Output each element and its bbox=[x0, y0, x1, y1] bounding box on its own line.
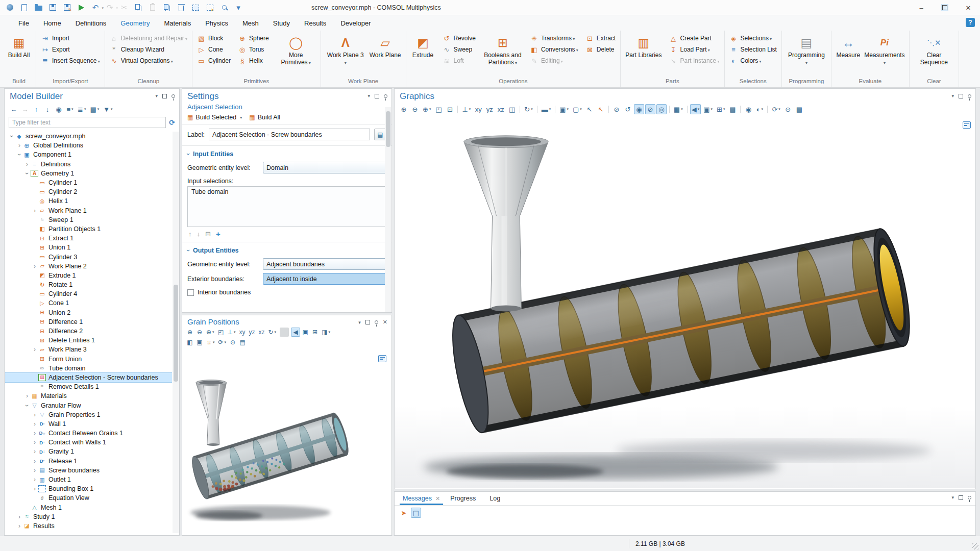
scene-sound-icon[interactable]: ◀ bbox=[291, 328, 300, 337]
tree-item[interactable]: Helix 1 bbox=[5, 196, 172, 206]
zoom-box-icon[interactable]: ⊕ bbox=[421, 104, 432, 114]
go-to-view-icon[interactable]: ⊥ bbox=[460, 104, 472, 114]
ribbon-button[interactable]: Extract bbox=[583, 33, 618, 44]
plot-window-icon[interactable] bbox=[378, 355, 386, 362]
float-panel-icon[interactable] bbox=[365, 320, 370, 324]
ribbon-button[interactable]: Create Part bbox=[667, 33, 722, 44]
ribbon-button[interactable]: Colors bbox=[727, 55, 779, 66]
customize-toolbar-icon[interactable]: ▾ bbox=[233, 2, 244, 13]
close-button[interactable]: ✕ bbox=[957, 0, 980, 15]
paste-icon[interactable] bbox=[147, 2, 158, 13]
expander-icon[interactable] bbox=[23, 402, 31, 409]
pin-panel-icon[interactable] bbox=[968, 94, 971, 98]
zoom-out-icon[interactable]: ⊖ bbox=[195, 328, 204, 337]
pin-panel-icon[interactable] bbox=[968, 496, 971, 499]
input-selections-list[interactable]: Tube domain bbox=[187, 186, 386, 227]
ribbon-button[interactable]: Work Plane 3 bbox=[324, 33, 368, 76]
tree-item[interactable]: Cone 1 bbox=[5, 298, 172, 308]
ribbon-button[interactable]: Cleanup Wizard bbox=[108, 44, 189, 55]
hide-selected-icon[interactable]: ⊘ bbox=[611, 104, 622, 114]
tree-item[interactable]: Difference 1 bbox=[5, 317, 172, 327]
snapshot-icon[interactable]: ⊙ bbox=[783, 104, 793, 114]
messages-tab[interactable]: Messages ✕ bbox=[398, 492, 445, 505]
tree-item[interactable]: Remove Details 1 bbox=[5, 382, 172, 391]
view-yz-icon[interactable]: yz bbox=[248, 328, 257, 337]
view-yz-icon[interactable]: yz bbox=[484, 104, 495, 114]
move-down-icon[interactable]: ↓ bbox=[42, 104, 53, 114]
ribbon-button[interactable]: Transforms bbox=[528, 33, 580, 44]
clear-log-icon[interactable]: ➤ bbox=[399, 508, 409, 518]
rotate-view-icon[interactable]: ↻ bbox=[267, 328, 278, 337]
zoom-in-icon[interactable]: ⊕ bbox=[185, 328, 194, 337]
menu-tab[interactable]: Materials bbox=[157, 15, 198, 31]
tree-item[interactable]: Study 1 bbox=[5, 512, 172, 521]
tree-item[interactable]: Geometry 1 bbox=[5, 169, 172, 178]
tree-item[interactable]: Granular Flow bbox=[5, 400, 172, 410]
ribbon-button[interactable]: Extrude bbox=[409, 33, 437, 76]
expander-icon[interactable] bbox=[31, 476, 38, 483]
tree-item[interactable]: Release 1 bbox=[5, 457, 172, 466]
graphics-3d-view[interactable] bbox=[395, 117, 975, 488]
ribbon-button[interactable]: Loft bbox=[440, 55, 478, 66]
expander-icon[interactable] bbox=[31, 430, 38, 437]
resize-grip[interactable] bbox=[972, 543, 978, 549]
menu-tab[interactable]: Home bbox=[36, 15, 68, 31]
tree-item[interactable]: Work Plane 2 bbox=[5, 262, 172, 271]
color-theme-icon[interactable]: ◉ bbox=[743, 104, 753, 114]
ribbon-button[interactable]: Editing bbox=[528, 55, 580, 66]
comsol-logo-icon[interactable] bbox=[4, 2, 15, 13]
collapse-panel-icon[interactable]: ▾ bbox=[155, 93, 158, 98]
deselect-box-icon[interactable] bbox=[204, 2, 215, 13]
save-icon[interactable] bbox=[47, 2, 58, 13]
pin-panel-icon[interactable] bbox=[375, 320, 378, 324]
ribbon-button[interactable]: More Primitives bbox=[274, 33, 318, 76]
menu-tab[interactable]: Study bbox=[266, 15, 297, 31]
ribbon-button[interactable]: Delete bbox=[583, 44, 618, 55]
ribbon-button[interactable]: Export bbox=[39, 44, 102, 55]
tree-item[interactable]: Contact with Walls 1 bbox=[5, 438, 172, 447]
ribbon-button[interactable]: Programming bbox=[785, 33, 828, 76]
node-grouping-icon[interactable]: ▤ bbox=[88, 104, 101, 114]
view-xz-icon[interactable]: xz bbox=[496, 104, 506, 114]
print-icon[interactable]: ▤ bbox=[238, 338, 247, 347]
interior-boundaries-checkbox[interactable] bbox=[187, 289, 194, 296]
view-unhidden-icon[interactable]: ◉ bbox=[634, 104, 644, 114]
tree-item[interactable]: Work Plane 1 bbox=[5, 206, 172, 215]
selection-item[interactable]: Tube domain bbox=[191, 188, 382, 195]
tree-item[interactable]: Work Plane 3 bbox=[5, 345, 172, 354]
new-file-icon[interactable] bbox=[18, 2, 30, 13]
move-up-icon[interactable]: ↑ bbox=[188, 230, 192, 238]
tree-item[interactable]: Form Union bbox=[5, 355, 172, 364]
menu-tab[interactable]: Definitions bbox=[68, 15, 114, 31]
collapse-panel-icon[interactable]: ▾ bbox=[358, 320, 361, 325]
zoom-selected-icon[interactable]: ⊡ bbox=[445, 104, 455, 114]
ribbon-button[interactable]: Cone bbox=[195, 44, 233, 55]
go-forward-icon[interactable]: → bbox=[20, 104, 30, 114]
ribbon-button[interactable]: Clear Sequence bbox=[912, 33, 956, 76]
image-icon[interactable]: ▣ bbox=[702, 104, 714, 114]
update-icon[interactable]: ⟳ bbox=[217, 338, 228, 347]
tree-item[interactable]: Union 1 bbox=[5, 243, 172, 252]
collapse-levels-icon[interactable]: ≡ bbox=[65, 104, 75, 114]
expander-icon[interactable] bbox=[16, 522, 23, 530]
lock-view-icon[interactable]: ▣ bbox=[195, 338, 204, 347]
expand-levels-icon[interactable]: ≣ bbox=[76, 104, 87, 114]
float-panel-icon[interactable] bbox=[375, 94, 379, 98]
tree-item[interactable]: Delete Entities 1 bbox=[5, 336, 172, 345]
tree-item[interactable]: Global Definitions bbox=[5, 141, 172, 150]
exterior-boundaries-select[interactable]: Adjacent to inside bbox=[263, 273, 386, 285]
redo-icon[interactable]: ↷ bbox=[104, 2, 115, 13]
expander-icon[interactable] bbox=[23, 392, 31, 399]
ribbon-button[interactable]: Part Instance bbox=[667, 55, 722, 66]
expander-icon[interactable] bbox=[31, 420, 38, 428]
ribbon-button[interactable]: Cylinder bbox=[195, 55, 233, 66]
ribbon-button[interactable]: Defeaturing and Repair bbox=[108, 33, 189, 44]
view-hidden-icon[interactable]: ⊘ bbox=[645, 104, 655, 114]
float-panel-icon[interactable] bbox=[959, 94, 963, 98]
expander-icon[interactable] bbox=[31, 263, 38, 270]
tree-item[interactable]: Extract 1 bbox=[5, 234, 172, 243]
ribbon-button[interactable]: Torus bbox=[236, 44, 271, 55]
settings-scrollbar[interactable] bbox=[385, 107, 391, 312]
expander-icon[interactable] bbox=[31, 467, 38, 474]
input-entities-section-header[interactable]: › Input Entities bbox=[182, 147, 391, 160]
